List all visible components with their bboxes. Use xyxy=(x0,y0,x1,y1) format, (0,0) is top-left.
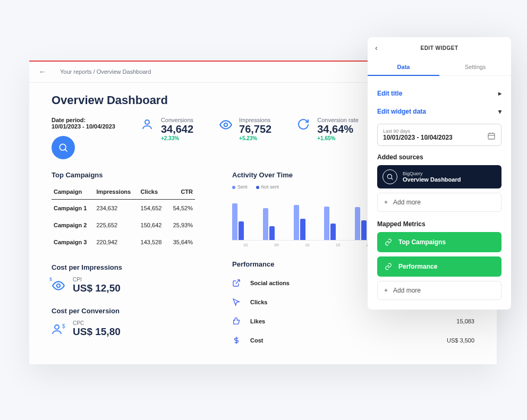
th-campaign: Campaign xyxy=(52,184,94,200)
breadcrumb[interactable]: Your reports / Overview Dashboard xyxy=(60,68,151,75)
table-row: Campaign 1 234,632 154,652 54,52% xyxy=(52,200,195,217)
metric-delta: +2.33% xyxy=(161,135,193,141)
th-clicks: Clicks xyxy=(139,184,168,200)
added-sources-title: Added sources xyxy=(377,153,502,161)
th-ctr: CTR xyxy=(167,184,195,200)
date-period-label: Date period: xyxy=(52,117,115,123)
eye-dollar-icon: $ xyxy=(52,279,67,293)
dollar-icon xyxy=(232,336,245,345)
external-link-icon xyxy=(232,279,245,287)
mapped-metric-performance[interactable]: Performance xyxy=(377,256,502,277)
cpc-value: US$ 15,80 xyxy=(73,326,121,338)
person-icon xyxy=(141,118,156,131)
cpc-abbr: CPC xyxy=(73,320,121,326)
cursor-icon xyxy=(232,298,245,306)
metric-value: 76,752 xyxy=(239,123,271,135)
svg-line-1 xyxy=(65,149,67,151)
bigquery-source-icon xyxy=(382,169,397,184)
metric-title: Impressions xyxy=(239,117,271,123)
panel-header: ‹ EDIT WIDGET xyxy=(368,37,511,58)
plus-icon: + xyxy=(384,287,388,294)
person-dollar-icon: $ xyxy=(52,323,67,336)
plus-icon: + xyxy=(384,199,388,206)
date-period-value: 10/01/2023 - 10/04/2023 xyxy=(52,123,115,130)
metric-value: 34,642 xyxy=(161,123,193,135)
calendar-icon xyxy=(487,132,496,140)
svg-point-4 xyxy=(57,284,61,287)
metric-conversions: Conversions 34,642 +2.33% xyxy=(141,117,193,141)
cpi-block: Cost per Impressions $ CPI US$ 12,50 xyxy=(52,263,195,294)
svg-point-5 xyxy=(55,325,59,329)
svg-line-7 xyxy=(236,280,240,284)
svg-point-13 xyxy=(387,174,392,178)
svg-text:$: $ xyxy=(62,323,65,329)
metric-delta: +5.23% xyxy=(239,135,271,141)
section-title-top-campaigns: Top Campaigns xyxy=(52,171,195,179)
date-range-label: Last 90 days xyxy=(383,128,453,134)
table-row: Campaign 2 225,652 150,642 25,93% xyxy=(52,217,195,234)
svg-point-0 xyxy=(60,144,66,150)
panel-title: EDIT WIDGET xyxy=(420,45,458,51)
mapped-metrics-title: Mapped Metrics xyxy=(377,220,502,228)
panel-tabs: Data Settings xyxy=(368,58,511,76)
add-metric-button[interactable]: + Add more xyxy=(377,281,502,300)
refresh-icon xyxy=(297,118,312,131)
legend-not-sent: Not sent xyxy=(256,184,279,190)
source-name: Overview Dashboard xyxy=(403,176,461,183)
date-range-value: 10/01/2023 - 10/04/2023 xyxy=(383,134,453,141)
source-type: BigQuery xyxy=(403,171,461,176)
cpi-value: US$ 12,50 xyxy=(73,282,121,294)
svg-line-14 xyxy=(391,178,393,179)
svg-point-3 xyxy=(224,123,228,127)
add-source-button[interactable]: + Add more xyxy=(377,193,502,212)
chevron-down-icon: ▾ xyxy=(498,108,502,115)
perf-row: Cost US$ 3,500 xyxy=(232,331,474,350)
edit-widget-panel: ‹ EDIT WIDGET Data Settings Edit title ▸… xyxy=(368,37,511,310)
thumbs-up-icon xyxy=(232,317,245,325)
cpi-abbr: CPI xyxy=(73,277,121,282)
metric-title: Conversion rate xyxy=(317,117,359,123)
back-arrow-icon[interactable]: ← xyxy=(36,65,49,78)
metric-impressions: Impressions 76,752 +5.23% xyxy=(219,117,271,141)
metric-delta: +1.65% xyxy=(317,135,359,141)
link-icon xyxy=(384,237,393,247)
chevron-right-icon: ▸ xyxy=(498,90,502,97)
top-campaigns-table: Campaign Impressions Clicks CTR Campaign… xyxy=(52,184,195,251)
cpc-block: Cost per Conversion $ CPC US$ 15,80 xyxy=(52,307,195,338)
edit-widget-data-row[interactable]: Edit widget data ▾ xyxy=(377,102,502,121)
bigquery-icon xyxy=(52,136,75,159)
panel-back-icon[interactable]: ‹ xyxy=(375,44,378,52)
tab-data[interactable]: Data xyxy=(368,58,439,75)
metric-title: Conversions xyxy=(161,117,193,123)
eye-icon xyxy=(219,118,234,132)
mapped-metric-top-campaigns[interactable]: Top Campaigns xyxy=(377,232,502,252)
tab-settings[interactable]: Settings xyxy=(439,58,511,75)
svg-point-2 xyxy=(145,120,149,124)
legend-sent: Sent xyxy=(232,184,248,190)
perf-row: Likes 15,083 xyxy=(232,312,474,331)
link-icon xyxy=(384,262,393,271)
svg-rect-9 xyxy=(488,133,495,139)
edit-title-row[interactable]: Edit title ▸ xyxy=(377,84,502,102)
cpc-title: Cost per Conversion xyxy=(52,307,195,315)
metric-conversion-rate: Conversion rate 34,64% +1.65% xyxy=(297,117,359,141)
date-range-picker[interactable]: Last 90 days 10/01/2023 - 10/04/2023 xyxy=(377,124,502,146)
metric-value: 34,64% xyxy=(317,123,359,135)
cpi-title: Cost per Impressions xyxy=(52,263,195,271)
th-impressions: Impressions xyxy=(94,184,138,200)
source-card[interactable]: BigQuery Overview Dashboard xyxy=(377,165,502,188)
date-period: Date period: 10/01/2023 - 10/04/2023 xyxy=(52,117,115,159)
table-row: Campaign 3 220,942 143,528 35,64% xyxy=(52,234,195,251)
